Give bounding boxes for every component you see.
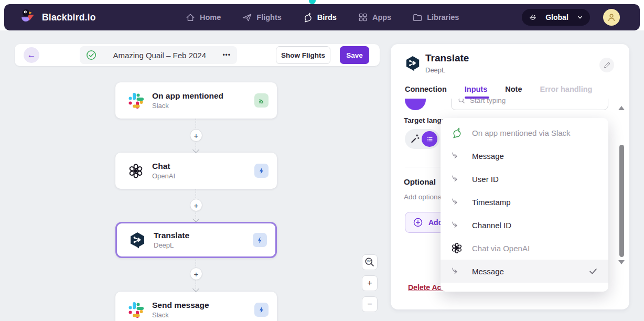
blackbird-logo-icon (19, 8, 37, 26)
action-bolt-icon (254, 164, 269, 178)
top-navbar: Blackbird.io Home Flights Birds (4, 4, 640, 30)
tab-inputs[interactable]: Inputs (465, 85, 488, 93)
step-number-chip (405, 99, 426, 110)
optional-section-hint: Add optional (404, 193, 443, 201)
dropdown-item-user-id[interactable]: User ID (441, 167, 608, 190)
nav-menu: Home Flights Birds Apps (185, 4, 459, 30)
deepl-icon (405, 56, 421, 73)
dropdown-group-label: On app mentioned via Slack (472, 129, 571, 137)
node-on-app-mentioned[interactable]: On app mentioned Slack (115, 82, 277, 119)
node-app: Slack (152, 102, 254, 110)
edit-name-button[interactable] (599, 58, 614, 72)
brand-title: Blackbird.io (42, 12, 96, 23)
user-avatar[interactable] (603, 9, 620, 26)
back-button[interactable]: ← (24, 47, 39, 63)
variable-dropdown: On app mentioned via Slack Message User … (441, 118, 608, 292)
add-step-button[interactable]: + (190, 199, 202, 211)
region-selector[interactable]: Global (522, 9, 590, 26)
tab-note[interactable]: Note (505, 85, 522, 93)
zoom-out-button[interactable]: − (362, 296, 378, 312)
nav-item-apps[interactable]: Apps (358, 12, 391, 23)
variable-search-input[interactable]: Start typing (451, 99, 608, 110)
node-send-message[interactable]: Send message Slack (115, 292, 277, 321)
return-arrow-icon (451, 221, 465, 229)
bird-icon (303, 12, 313, 23)
dropdown-group-header: On app mentioned via Slack (441, 121, 608, 144)
dropdown-item-channel-id[interactable]: Channel ID (441, 213, 608, 237)
return-arrow-icon (451, 152, 465, 160)
node-chat[interactable]: Chat OpenAI (115, 153, 277, 189)
flights-icon (242, 12, 252, 23)
return-arrow-icon (451, 267, 465, 275)
save-button[interactable]: Save (340, 46, 369, 64)
zoom-reset-button[interactable]: 100 (362, 254, 378, 270)
svg-text:100: 100 (366, 260, 371, 263)
dropdown-item-message[interactable]: Message (441, 144, 608, 167)
slack-icon (127, 301, 145, 319)
node-translate[interactable]: Translate DeepL (115, 222, 277, 258)
active-tab-indicator-dot (309, 0, 316, 4)
panel-title: Translate (425, 52, 469, 64)
nav-item-birds[interactable]: Birds (303, 12, 337, 23)
dropdown-item-message-selected[interactable]: Message (441, 260, 608, 283)
add-step-button[interactable]: + (190, 268, 202, 280)
list-select-button[interactable] (422, 131, 437, 147)
node-title: On app mentioned (152, 91, 254, 101)
search-icon (458, 99, 466, 104)
return-arrow-icon (451, 198, 465, 206)
scrollbar-thumb[interactable] (619, 145, 624, 257)
node-app: DeepL (154, 241, 253, 249)
flight-name: Amazing Quail – Feb 2024 (103, 51, 216, 60)
scroll-up-arrow[interactable] (618, 106, 625, 110)
optional-section-title: Optional (404, 177, 436, 186)
tab-error-handling[interactable]: Error handling (540, 85, 592, 93)
bird-icon (451, 127, 465, 138)
node-title: Chat (152, 162, 254, 171)
nav-item-label: Flights (256, 13, 282, 22)
nav-item-libraries[interactable]: Libraries (412, 12, 459, 23)
action-bolt-icon (253, 233, 267, 247)
blackbird-workflow-editor: Blackbird.io Home Flights Birds (0, 0, 644, 321)
panel-subtitle: DeepL (425, 66, 445, 74)
node-app: OpenAI (152, 172, 254, 180)
global-icon (528, 13, 538, 22)
nav-item-home[interactable]: Home (185, 12, 221, 23)
home-icon (185, 12, 196, 23)
add-step-button[interactable]: + (190, 129, 202, 142)
folder-icon (412, 12, 423, 23)
nav-item-label: Apps (372, 13, 391, 22)
nav-item-label: Home (200, 13, 221, 22)
nav-item-label: Libraries (427, 13, 459, 22)
slack-icon (127, 92, 145, 110)
return-arrow-icon (451, 175, 465, 183)
list-icon (426, 135, 434, 143)
more-options-icon[interactable]: ••• (222, 51, 231, 59)
person-icon (606, 12, 617, 23)
pencil-icon (603, 61, 611, 69)
node-title: Translate (154, 231, 253, 240)
scroll-down-arrow[interactable] (618, 260, 625, 264)
openai-icon (451, 242, 465, 254)
brand[interactable]: Blackbird.io (19, 8, 96, 26)
node-app: Slack (152, 311, 254, 319)
trigger-rss-icon (254, 93, 269, 108)
flight-name-pill[interactable]: Amazing Quail – Feb 2024 ••• (80, 46, 237, 64)
openai-icon (127, 162, 145, 180)
flight-toolbar: ← Amazing Quail – Feb 2024 ••• Show Flig… (15, 44, 380, 66)
nav-item-flights[interactable]: Flights (242, 12, 282, 23)
region-label: Global (542, 13, 572, 22)
dropdown-group-header: Chat via OpenAI (441, 237, 608, 260)
node-title: Send message (152, 301, 254, 310)
dropdown-item-timestamp[interactable]: Timestamp (441, 190, 608, 213)
tab-connection[interactable]: Connection (405, 85, 447, 93)
panel-tabs: Connection Inputs Note Error handling (405, 85, 592, 93)
check-circle-icon (86, 50, 96, 60)
magic-wand-icon[interactable] (410, 133, 420, 144)
action-bolt-icon (254, 303, 269, 317)
zoom-in-button[interactable]: + (362, 275, 378, 291)
chevron-down-icon (576, 14, 584, 21)
deepl-icon (128, 231, 146, 249)
input-mode-toggle (405, 129, 439, 149)
show-flights-button[interactable]: Show Flights (276, 46, 330, 64)
dropdown-group-label: Chat via OpenAI (472, 244, 530, 253)
